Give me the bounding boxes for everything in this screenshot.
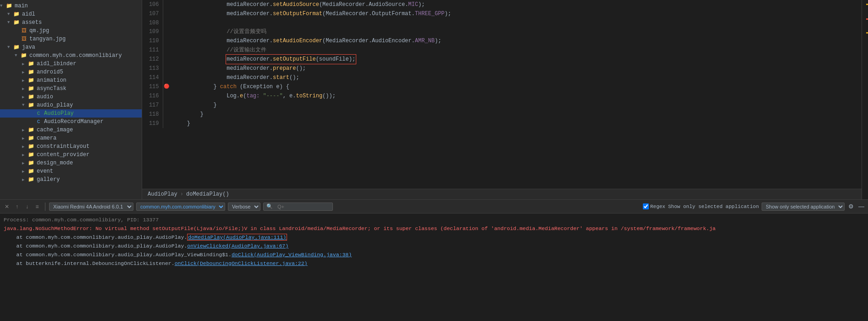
- logcat-toolbar: ✕ ↑ ↓ ≡ Xiaomi Redmi 4A Android 6.0.1 co…: [0, 200, 868, 214]
- sidebar-item-aidl-ibinder[interactable]: ▶📁aidl_ibinder: [0, 60, 142, 68]
- log-line-4: at common.myh.com.commonlibiary.audio_pl…: [0, 250, 868, 259]
- line-content: mediaRecorder.setOutputFormat(MediaRecor…: [170, 9, 862, 18]
- line-content: }: [170, 101, 862, 110]
- sidebar-item-java[interactable]: ▼📁java: [0, 43, 142, 51]
- sidebar-item-main[interactable]: ▼📁main: [0, 2, 142, 10]
- tree-icon: 📁: [28, 93, 35, 101]
- code-line-111: 111 //设置输出文件: [142, 45, 862, 55]
- show-selected-dropdown[interactable]: Show only selected application: [762, 203, 845, 211]
- logcat-up-button[interactable]: ↑: [13, 203, 21, 211]
- sidebar-item-constraintLayout[interactable]: ▶📁constraintLayout: [0, 142, 142, 151]
- tree-icon: 🖼: [20, 35, 28, 43]
- log-link[interactable]: doClick(AudioPlay_ViewBinding.java:38): [232, 252, 352, 258]
- line-number: 108: [142, 18, 163, 27]
- sidebar-item-android5[interactable]: ▶📁android5: [0, 68, 142, 76]
- regex-checkbox[interactable]: [643, 203, 649, 209]
- sidebar-item-assets[interactable]: ▼📁assets: [0, 18, 142, 27]
- tree-icon: C: [35, 110, 42, 117]
- file-tree[interactable]: ▼📁main▼📁aidl▼📁assets🖼qm.jpg🖼tangyan.jpg▼…: [0, 0, 142, 199]
- line-number: 117: [142, 101, 163, 110]
- logcat-clear-button[interactable]: ✕: [3, 203, 11, 211]
- tree-label: AudioPlay: [44, 110, 74, 117]
- logcat-close-button[interactable]: —: [857, 202, 865, 211]
- sidebar-item-camera[interactable]: ▶📁camera: [0, 134, 142, 142]
- sidebar-item-AudioPlay[interactable]: CAudioPlay: [0, 109, 142, 118]
- tree-arrow: ▶: [22, 70, 28, 75]
- show-selected-label: Show only selected application: [668, 204, 759, 209]
- logcat-search-input[interactable]: [275, 203, 330, 210]
- tree-label: android5: [37, 69, 63, 75]
- tree-icon: 📁: [28, 168, 35, 175]
- right-minimap[interactable]: [862, 0, 868, 199]
- sidebar-item-content-provider[interactable]: ▶📁content_provider: [0, 151, 142, 159]
- code-scroll-area[interactable]: 106 mediaRecorder.setAudioSource(MediaRe…: [142, 0, 862, 189]
- tree-label: java: [22, 44, 35, 51]
- log-line-5: at butterknife.internal.DebouncingOnClic…: [0, 259, 868, 268]
- sidebar-item-audio[interactable]: ▶📁audio: [0, 93, 142, 101]
- code-line-116: 116 Log.e(tag: "----", e.toString());: [142, 91, 862, 101]
- tree-icon: 📁: [28, 101, 35, 109]
- tree-label: gallery: [37, 176, 60, 183]
- tree-label: constraintLayout: [37, 143, 89, 150]
- tree-arrow: ▶: [22, 152, 28, 158]
- code-line-113: 113 mediaRecorder.prepare();: [142, 64, 862, 73]
- sidebar-item-asyncTask[interactable]: ▶📁asyncTask: [0, 84, 142, 93]
- line-content: } catch (Exception e) {: [170, 82, 862, 91]
- tree-arrow: ▼: [22, 103, 28, 107]
- tree-arrow: ▼: [7, 20, 13, 25]
- device-selector[interactable]: Xiaomi Redmi 4A Android 6.0.1: [49, 203, 133, 211]
- tree-icon: 📁: [6, 2, 13, 10]
- minimap-mark-yellow: [866, 4, 868, 5]
- log-link[interactable]: onViewClicked(AudioPlay.java:67): [187, 243, 288, 249]
- breadcrumb-method: doMediaPlay(): [186, 191, 229, 197]
- tree-label: content_provider: [37, 152, 89, 158]
- sidebar-item-cache-image[interactable]: ▶📁cache_image: [0, 126, 142, 134]
- log-link[interactable]: doMediaPlay(AudioPlay.java:111): [187, 234, 287, 241]
- log-link[interactable]: onClick(DebouncingOnClickListener.java:2…: [175, 260, 308, 266]
- tree-label: animation: [37, 77, 66, 84]
- logcat-menu-button[interactable]: ≡: [33, 203, 41, 211]
- tree-label: AudioRecordManager: [44, 118, 104, 125]
- tree-label: tangyan.jpg: [29, 36, 66, 42]
- line-content: }: [170, 110, 862, 119]
- sidebar-item-audio-pliay[interactable]: ▼📁audio_pliay: [0, 101, 142, 109]
- logcat-settings-button[interactable]: ⚙: [847, 202, 855, 211]
- log-line-0: Process: common.myh.com.commonlibiary, P…: [0, 215, 868, 224]
- tree-arrow: ▶: [22, 95, 28, 100]
- tree-icon: 📁: [28, 176, 35, 183]
- breadcrumb: AudioPlay › doMediaPlay(): [142, 189, 862, 199]
- code-line-119: 119 }: [142, 119, 862, 128]
- line-number: 119: [142, 119, 163, 128]
- line-gutter: [163, 0, 170, 9]
- tree-label: audio_pliay: [37, 102, 73, 108]
- code-line-114: 114 mediaRecorder.start();: [142, 73, 862, 82]
- verbose-selector[interactable]: Verbose: [228, 203, 260, 211]
- tree-arrow: ▼: [15, 53, 20, 58]
- sidebar-item-design-mode[interactable]: ▶📁design_mode: [0, 159, 142, 167]
- line-number: 107: [142, 9, 163, 18]
- logcat-down-button[interactable]: ↓: [23, 203, 31, 211]
- line-content: //设置音频变吗: [170, 27, 862, 36]
- line-number: 110: [142, 36, 163, 45]
- sidebar-item-AudioRecordManager[interactable]: CAudioRecordManager: [0, 118, 142, 126]
- sidebar-item-common-pkg[interactable]: ▼📁common.myh.com.commonlibiary: [0, 51, 142, 60]
- code-line-118: 118 }: [142, 110, 862, 119]
- line-content: mediaRecorder.setAudioSource(MediaRecord…: [170, 0, 862, 9]
- minimap-mark-red: [866, 18, 868, 20]
- package-selector[interactable]: common.myh.com.commonlibiary: [136, 203, 225, 211]
- logcat-content[interactable]: Process: common.myh.com.commonlibiary, P…: [0, 214, 868, 321]
- sidebar-item-aidl[interactable]: ▼📁aidl: [0, 10, 142, 18]
- sidebar-item-animation[interactable]: ▶📁animation: [0, 76, 142, 84]
- code-line-106: 106 mediaRecorder.setAudioSource(MediaRe…: [142, 0, 862, 9]
- tree-arrow: ▶: [22, 136, 28, 141]
- sidebar-item-qm-jpg[interactable]: 🖼qm.jpg: [0, 27, 142, 35]
- tree-icon: 🖼: [20, 27, 28, 34]
- line-gutter: [163, 18, 170, 27]
- sidebar-item-event[interactable]: ▶📁event: [0, 167, 142, 175]
- line-gutter: [163, 27, 170, 36]
- sidebar-item-gallery[interactable]: ▶📁gallery: [0, 175, 142, 184]
- line-gutter: [163, 55, 170, 64]
- log-line-2: at common.myh.com.commonlibiary.audio_pl…: [0, 233, 868, 242]
- sidebar-item-tangyan-jpg[interactable]: 🖼tangyan.jpg: [0, 35, 142, 43]
- tree-label: asyncTask: [37, 85, 66, 92]
